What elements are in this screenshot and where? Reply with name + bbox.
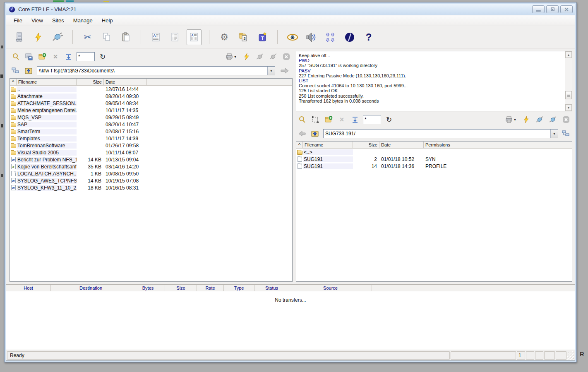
resize-grip[interactable] (567, 351, 574, 360)
file-row[interactable]: LOCAL.BATCH.ASYNCH....1 KB10/08/15 09:50 (10, 170, 292, 177)
local-connect-button[interactable] (254, 52, 265, 62)
remote-back-button[interactable] (297, 129, 307, 139)
scroll-down-button[interactable]: ▼ (565, 104, 572, 111)
view-log-button[interactable]: A (149, 29, 163, 45)
local-delete-button[interactable]: × (50, 52, 61, 62)
help-button[interactable]: ? (361, 29, 376, 45)
file-row[interactable]: SYSLOG_AWE3_TCPNFS...14 KB10/19/15 07:08 (10, 177, 292, 184)
local-disconnect-button[interactable] (268, 52, 278, 62)
remote-filter-input[interactable] (363, 115, 381, 124)
local-drive-button[interactable] (24, 52, 34, 62)
local-quick-connect-button[interactable] (241, 52, 252, 62)
scrollbar-thumb[interactable] (565, 91, 572, 99)
file-row[interactable]: MQS_VSP09/29/15 08:49 (10, 114, 292, 121)
local-filter-input[interactable] (77, 52, 95, 61)
menu-view[interactable]: View (27, 16, 47, 25)
file-row[interactable]: ATTACHMATE_SESSION...09/05/14 08:34 (10, 100, 292, 107)
file-row[interactable]: SmarTerm02/08/17 15:16 (10, 128, 292, 135)
log-scrollbar[interactable]: ▲ ▼ (565, 51, 572, 111)
file-row[interactable]: Visual Studio 200510/11/14 08:07 (10, 149, 292, 156)
file-row[interactable]: SUG1911401/01/18 14:36PROFILE (296, 163, 572, 170)
host-column-header[interactable]: Host (6, 285, 51, 291)
local-upload-button[interactable] (63, 52, 74, 62)
file-row[interactable]: SUG191201/01/18 10:52SYN (296, 156, 572, 163)
menu-manage[interactable]: Manage (69, 16, 97, 25)
file-row[interactable]: Templates10/11/17 14:39 (10, 135, 292, 142)
filename-column-header[interactable]: Filename (303, 142, 353, 149)
restore-button[interactable] (546, 5, 559, 13)
log-text[interactable]: Keep alive off... PWD 257 "SUG733.191" i… (296, 51, 565, 111)
remote-new-folder-button[interactable] (323, 115, 334, 125)
local-stop-button[interactable] (281, 52, 292, 62)
remote-delete-button[interactable]: × (336, 115, 347, 125)
sounds-button[interactable] (304, 29, 319, 45)
site-manager-button[interactable]: S (236, 29, 251, 45)
file-row[interactable]: <..> (296, 149, 572, 156)
size-column-header[interactable]: Size (353, 142, 379, 149)
file-row[interactable]: Bericht zur Problem NFS_1...14 KB10/13/1… (10, 156, 292, 163)
date-column-header[interactable]: Date (379, 142, 424, 149)
menu-help[interactable]: Help (98, 16, 117, 25)
site-connect-button[interactable] (12, 29, 27, 45)
scroll-up-button[interactable]: ▲ (565, 51, 572, 58)
remote-queue-button[interactable]: ▾ (503, 115, 518, 125)
remote-disconnect-button[interactable] (547, 115, 558, 125)
remote-stop-button[interactable] (561, 115, 571, 125)
minimize-button[interactable] (532, 5, 545, 13)
local-search-button[interactable] (10, 52, 21, 62)
rate-column-header[interactable]: Rate (197, 285, 224, 291)
local-path-input[interactable] (37, 67, 267, 75)
source-column-header[interactable]: Source (289, 285, 372, 291)
copy-button[interactable] (99, 29, 114, 45)
file-row[interactable]: Kopie von Bereitschaftsanf...35 KB03/14/… (10, 163, 292, 170)
file-row[interactable]: ..12/07/16 14:44 (10, 86, 292, 93)
date-column-header[interactable]: Date (104, 79, 147, 86)
file-row[interactable]: SYSLOG_KFW3_11_10_2...18 KB10/16/15 08:3… (10, 184, 292, 191)
close-button[interactable]: ✕ (560, 5, 573, 13)
remote-connect-button[interactable] (534, 115, 545, 125)
local-new-folder-button[interactable] (37, 52, 48, 62)
remote-select-button[interactable] (310, 115, 321, 125)
bytes-column-header[interactable]: Bytes (131, 285, 165, 291)
paste-button[interactable] (118, 29, 133, 45)
settings-button[interactable]: ⚙ (217, 29, 232, 45)
file-row[interactable]: TomBrennanSoftware01/26/17 09:58 (10, 142, 292, 149)
remote-quick-connect-button[interactable] (521, 115, 532, 125)
destination-column-header[interactable]: Destination (51, 285, 131, 291)
remote-path-input[interactable] (324, 130, 550, 138)
local-tree-button[interactable] (10, 66, 21, 76)
sort-column-header[interactable]: ^ (296, 142, 303, 149)
local-updir-button[interactable] (24, 66, 34, 76)
remote-path-dropdown-button[interactable]: ▾ (550, 130, 558, 138)
text-editor-button[interactable]: T (255, 29, 270, 45)
cut-button[interactable]: ✂ (80, 29, 95, 45)
remote-tree-button[interactable] (561, 129, 571, 139)
remote-refresh-button[interactable]: ↻ (384, 115, 394, 125)
transfers-button[interactable] (323, 29, 338, 45)
file-row[interactable]: Attachmate08/20/14 09:30 (10, 93, 292, 100)
filename-column-header[interactable]: Filename (17, 79, 77, 86)
remote-search-button[interactable] (297, 115, 307, 125)
transfer-queue-body[interactable]: No transfers... (6, 291, 575, 350)
local-queue-button[interactable]: ▾ (223, 52, 239, 62)
file-row[interactable]: Meine empfangenen Datei...10/11/17 14:35 (10, 107, 292, 114)
local-path-dropdown-button[interactable]: ▾ (267, 67, 275, 75)
size-column-header[interactable]: Size (165, 285, 197, 291)
file-row[interactable]: SAP08/20/14 10:47 (10, 121, 292, 128)
titlebar[interactable]: Core FTP LE - VMA2:21 ✕ (6, 4, 575, 15)
size-column-header[interactable]: Size (77, 79, 104, 86)
view-raw-button[interactable] (168, 29, 182, 45)
disconnect-button[interactable] (50, 29, 65, 45)
quick-connect-button[interactable] (31, 29, 46, 45)
view-files-button[interactable] (285, 29, 300, 45)
status-column-header[interactable]: Status (254, 285, 289, 291)
view-split-button[interactable]: A (187, 29, 202, 45)
type-column-header[interactable]: Type (224, 285, 254, 291)
permissions-column-header[interactable]: Permissions (424, 142, 472, 149)
local-refresh-button[interactable]: ↻ (97, 52, 108, 62)
coreftp-home-button[interactable] (342, 29, 357, 45)
remote-upload-button[interactable] (350, 115, 360, 125)
local-transfer-button[interactable] (278, 66, 292, 76)
menu-sites[interactable]: Sites (48, 16, 68, 25)
remote-updir-button[interactable] (310, 129, 321, 139)
